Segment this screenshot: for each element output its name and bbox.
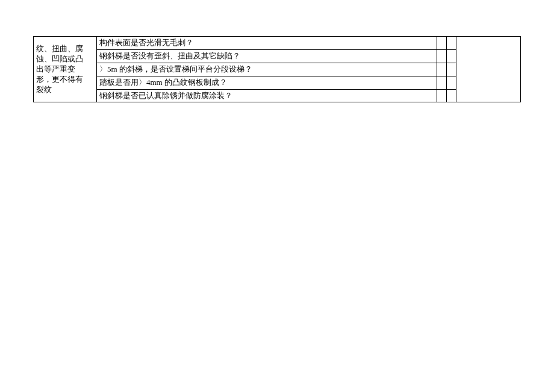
- inspection-table: 纹、扭曲、腐 蚀、凹陷或凸 出等严重变 形，更不得有 裂纹 构件表面是否光滑无毛…: [33, 36, 521, 102]
- label-line: 纹、扭曲、腐: [36, 44, 83, 53]
- question-cell: 构件表面是否光滑无毛刺？: [97, 37, 437, 50]
- question-cell: 踏板是否用〉4mm 的凸纹钢板制成？: [97, 76, 437, 89]
- category-label-cell: 纹、扭曲、腐 蚀、凹陷或凸 出等严重变 形，更不得有 裂纹: [34, 37, 97, 102]
- table-row: 纹、扭曲、腐 蚀、凹陷或凸 出等严重变 形，更不得有 裂纹 构件表面是否光滑无毛…: [34, 37, 521, 50]
- empty-cell: [437, 63, 447, 76]
- label-line: 出等严重变: [36, 64, 75, 73]
- table-row: 钢斜梯是否已认真除锈并做防腐涂装？: [34, 89, 521, 102]
- table-row: 〉5m 的斜梯，是否设置梯间平台分段设梯？: [34, 63, 521, 76]
- question-cell: 钢斜梯是否已认真除锈并做防腐涂装？: [97, 89, 437, 102]
- empty-end-cell: [456, 37, 521, 102]
- empty-cell: [437, 49, 447, 63]
- label-line: 裂纹: [36, 85, 52, 94]
- empty-cell: [437, 89, 447, 102]
- table-row: 踏板是否用〉4mm 的凸纹钢板制成？: [34, 76, 521, 89]
- empty-cell: [437, 37, 447, 50]
- empty-cell: [447, 63, 456, 76]
- label-line: 形，更不得有: [36, 75, 83, 84]
- empty-cell: [447, 89, 456, 102]
- empty-cell: [447, 37, 456, 50]
- question-cell: 钢斜梯是否没有歪斜、扭曲及其它缺陷？: [97, 49, 437, 63]
- empty-cell: [447, 76, 456, 89]
- empty-cell: [437, 76, 447, 89]
- question-cell: 〉5m 的斜梯，是否设置梯间平台分段设梯？: [97, 63, 437, 76]
- label-line: 蚀、凹陷或凸: [36, 54, 83, 63]
- empty-cell: [447, 49, 456, 63]
- table-row: 钢斜梯是否没有歪斜、扭曲及其它缺陷？: [34, 49, 521, 63]
